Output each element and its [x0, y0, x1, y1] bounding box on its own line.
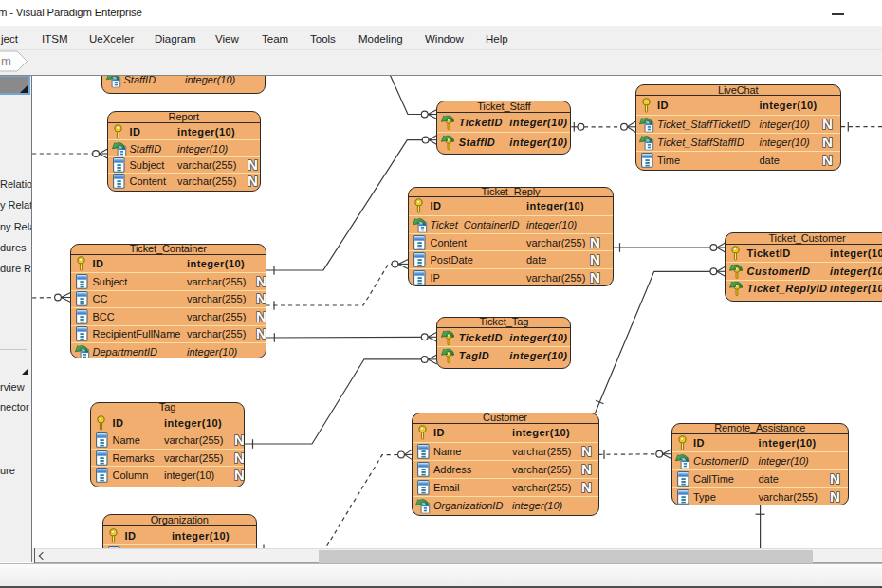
svg-text:N: N [590, 253, 600, 267]
svg-text:N: N [248, 175, 258, 189]
svg-text:N: N [234, 468, 245, 482]
svg-text:N: N [830, 472, 840, 487]
svg-text:N: N [234, 433, 245, 448]
svg-text:N: N [822, 117, 833, 131]
svg-text:N: N [830, 489, 840, 504]
svg-text:N: N [590, 235, 600, 249]
svg-text:N: N [256, 292, 266, 306]
svg-text:N: N [581, 444, 592, 458]
svg-text:N: N [256, 274, 266, 288]
svg-text:N: N [822, 154, 833, 168]
svg-text:N: N [234, 450, 245, 465]
svg-text:N: N [581, 463, 592, 477]
svg-text:N: N [256, 309, 266, 323]
svg-text:N: N [581, 481, 592, 495]
svg-text:N: N [590, 271, 600, 285]
svg-text:m: m [1, 54, 11, 68]
svg-text:N: N [822, 136, 833, 150]
svg-text:N: N [248, 157, 258, 172]
svg-text:N: N [256, 327, 266, 341]
